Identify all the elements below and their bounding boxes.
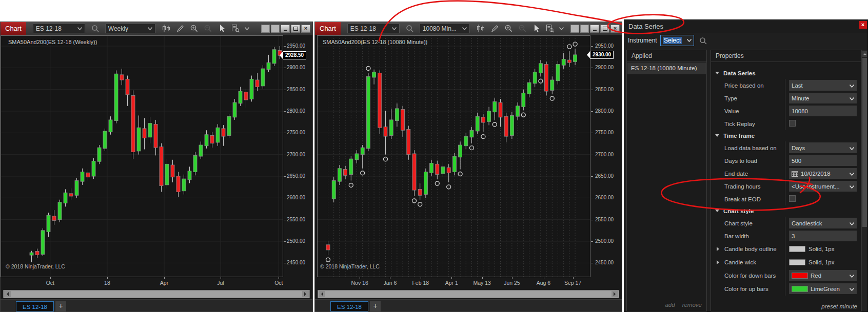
property-input[interactable]: 10080 [789, 106, 857, 116]
x-axis-label: Jun 25 [500, 280, 524, 286]
window-close-icon[interactable]: × [610, 25, 620, 33]
property-label: Value [724, 108, 739, 114]
row-expand-icon[interactable] [717, 247, 719, 251]
layout-button-1[interactable] [570, 25, 579, 33]
property-row-end-date[interactable]: End date10/02/2018 [711, 167, 860, 180]
instrument-dropdown[interactable]: ES 12-18 [347, 24, 400, 33]
cursor-tool-icon[interactable] [215, 23, 229, 34]
indicator-label: SMA50And200(ES 12-18 (10080 Minute)) [323, 39, 427, 45]
scroll-right-icon[interactable] [302, 291, 309, 297]
left-chart-plot[interactable] [1, 35, 283, 277]
instrument-row: Instrument Select [624, 33, 867, 50]
remove-button[interactable]: remove [682, 302, 702, 308]
property-row-break-at-eod[interactable]: Break at EOD [711, 193, 860, 205]
property-row-type[interactable]: TypeMinute [711, 92, 860, 105]
property-dropdown[interactable]: Last [789, 80, 857, 91]
v-scrollbar-thumb[interactable] [862, 58, 867, 227]
instrument-select-dropdown[interactable]: Select [660, 35, 694, 46]
zoom-in-icon[interactable] [187, 23, 201, 34]
instrument-dropdown[interactable]: ES 12-18 [33, 24, 85, 33]
add-button[interactable]: add [665, 302, 675, 308]
draw-tool-icon[interactable] [488, 23, 502, 34]
middle-chart-plot[interactable] [317, 35, 590, 277]
property-dropdown[interactable]: 10/02/2018 [789, 168, 857, 179]
section-expand-icon[interactable] [715, 210, 719, 212]
property-dropdown[interactable]: Red [789, 270, 857, 281]
chart-window-tab[interactable]: Chart [315, 22, 341, 35]
toolbar-overflow-icon[interactable] [557, 23, 566, 34]
zoom-out-icon[interactable] [201, 23, 215, 34]
property-row-bar-width[interactable]: Bar width3 [711, 230, 860, 242]
cursor-tool-icon[interactable] [529, 23, 543, 34]
v-scrollbar[interactable] [861, 50, 867, 311]
search-icon[interactable] [406, 25, 414, 33]
chart-window-tab[interactable]: Chart [1, 22, 26, 35]
row-expand-icon[interactable] [717, 260, 719, 264]
search-icon[interactable] [91, 25, 100, 33]
property-row-load-data-based-on[interactable]: Load data based onDays [711, 141, 860, 154]
maximize-button[interactable] [291, 25, 300, 33]
applied-series-item[interactable]: ES 12-18 (10080 Minute) [627, 63, 706, 74]
property-dropdown[interactable]: LimeGreen [789, 283, 857, 294]
layout-button-2[interactable] [580, 25, 589, 33]
section-expand-icon[interactable] [715, 134, 719, 137]
property-row-chart-style[interactable]: Chart styleCandlestick [711, 217, 860, 230]
minimize-button[interactable] [590, 25, 599, 33]
property-input[interactable]: 3 [789, 231, 857, 241]
x-axis-label: Oct [38, 280, 63, 286]
h-scrollbar[interactable] [3, 290, 310, 298]
property-row-candle-wick[interactable]: Candle wickSolid, 1px [711, 256, 860, 269]
property-value: Days [792, 145, 805, 151]
bar-type-icon[interactable] [160, 23, 173, 34]
window-close-icon[interactable]: × [301, 25, 310, 33]
bar-type-icon[interactable] [474, 23, 488, 34]
instrument-tab[interactable]: ES 12-18 [330, 301, 368, 311]
middle-chart-titlebar: ChartES 12-1810080 Min... × [315, 22, 622, 35]
scroll-left-icon[interactable] [319, 291, 325, 297]
property-dropdown[interactable]: <Use instrument... [789, 181, 857, 192]
property-checkbox[interactable] [789, 195, 796, 202]
draw-tool-icon[interactable] [173, 23, 187, 34]
property-row-price-based-on[interactable]: Price based onLast [711, 79, 860, 92]
data-grid-icon[interactable] [543, 23, 557, 34]
property-row-days-to-load[interactable]: Days to load500 [711, 154, 860, 167]
property-row-tick-replay[interactable]: Tick Replay [711, 117, 860, 130]
applied-actions: addremove [658, 302, 702, 308]
property-dropdown[interactable]: Minute [789, 93, 857, 103]
preset-label[interactable]: preset minute [821, 303, 857, 309]
layout-button-2[interactable] [271, 25, 280, 33]
instrument-tab[interactable]: ES 12-18 [16, 301, 54, 311]
property-checkbox[interactable] [789, 120, 796, 127]
minimize-button[interactable] [281, 25, 290, 33]
property-dropdown[interactable]: Days [789, 142, 857, 153]
dialog-titlebar[interactable]: Data Series [624, 20, 867, 33]
scroll-right-icon[interactable] [611, 291, 618, 297]
close-icon[interactable]: × [859, 21, 867, 29]
interval-dropdown[interactable]: 10080 Min... [420, 24, 470, 33]
layout-button-1[interactable] [261, 25, 270, 33]
property-row-value[interactable]: Value10080 [711, 105, 860, 117]
add-tab-button[interactable]: + [55, 301, 66, 311]
interval-dropdown[interactable]: Weekly [105, 24, 155, 33]
data-grid-icon[interactable] [229, 23, 243, 34]
scroll-up-icon[interactable] [862, 51, 867, 57]
y-axis-label: 2700.00 [287, 152, 305, 157]
property-row-color-for-up-bars[interactable]: Color for up barsLimeGreen [711, 282, 860, 296]
property-row-candle-body-outline[interactable]: Candle body outlineSolid, 1px [711, 242, 860, 256]
add-tab-button[interactable]: + [370, 301, 381, 311]
maximize-button[interactable] [600, 25, 609, 33]
property-dropdown[interactable]: Candlestick [789, 218, 857, 228]
property-input[interactable]: 500 [789, 155, 857, 166]
y-axis-label: 2550.00 [595, 217, 614, 222]
property-row-color-for-down-bars[interactable]: Color for down barsRed [711, 269, 860, 282]
h-scrollbar[interactable] [318, 290, 619, 298]
search-icon[interactable] [699, 37, 707, 45]
toolbar-overflow-icon[interactable] [243, 23, 252, 34]
zoom-out-icon[interactable] [516, 23, 529, 34]
zoom-in-icon[interactable] [502, 23, 516, 34]
property-label: Price based on [724, 82, 764, 89]
property-row-trading-hours[interactable]: Trading hours<Use instrument... [711, 180, 860, 193]
scroll-left-icon[interactable] [4, 291, 11, 297]
section-expand-icon[interactable] [715, 72, 719, 74]
copyright-label: © 2018 NinjaTrader, LLC [320, 263, 380, 269]
